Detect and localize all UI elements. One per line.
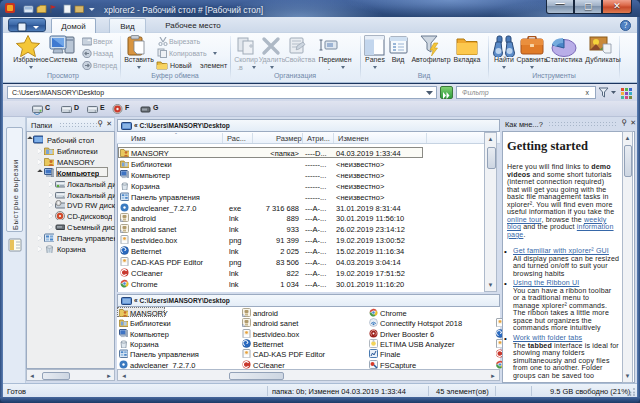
svg-text:?: ? — [624, 21, 628, 30]
